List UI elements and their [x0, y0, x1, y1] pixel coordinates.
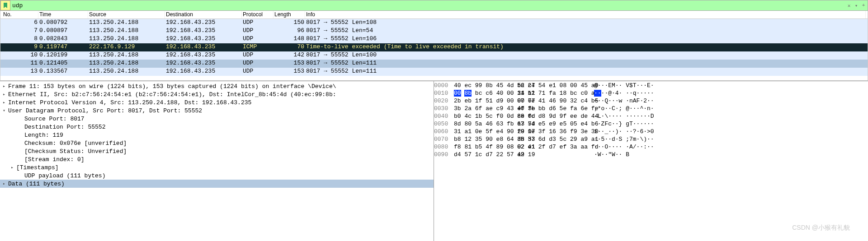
cell-info: 8017 → 55552 Len=108: [305, 19, 866, 27]
tree-caret-icon: ▸: [3, 92, 8, 97]
packet-row[interactable]: 80.082843113.250.24.188192.168.43.235UDP…: [0, 35, 868, 43]
packet-row[interactable]: 130.133567113.250.24.188192.168.43.235UD…: [0, 68, 868, 76]
hex-row[interactable]: 0040b0 4c 1b 5c f0 0d ce 0d88 fc d8 9d 9…: [434, 113, 868, 120]
packet-row[interactable]: 70.080897113.250.24.188192.168.43.235UDP…: [0, 27, 868, 35]
tree-node[interactable]: ▸Data (111 bytes): [0, 180, 434, 188]
tree-node[interactable]: UDP payload (111 bytes): [0, 171, 434, 180]
hex-row[interactable]: 001000 8b bc c6 40 00 34 1111 b2 71 fa 1…: [434, 90, 868, 97]
hex-bytes-a: d4 57 1c d7 22 57 a9 19: [454, 151, 517, 159]
tree-caret-icon: ▸: [3, 181, 8, 186]
cell-source: 113.250.24.188: [88, 68, 165, 76]
hex-offset: 0070: [434, 136, 454, 144]
col-source[interactable]: Source: [88, 11, 165, 19]
packet-list-header: No. Time Source Destination Protocol Len…: [0, 11, 868, 19]
filter-clear-icon[interactable]: ✕: [846, 2, 852, 9]
hex-row[interactable]: 0070b8 12 35 90 e8 64 d8 533b 37 6d d3 5…: [434, 136, 868, 144]
hex-bytes-b: 11 b2 71 fa 18 bc c0 a8: [517, 90, 580, 97]
cell-no: 9: [2, 43, 38, 51]
hex-offset: 0020: [434, 97, 454, 105]
cell-info: Time-to-live exceeded (Time to live exce…: [305, 43, 866, 51]
cell-proto: ICMP: [242, 43, 274, 51]
tree-node[interactable]: ▸Frame 11: 153 bytes on wire (1224 bits)…: [0, 82, 434, 90]
packet-row[interactable]: 90.119747222.176.9.129192.168.43.235ICMP…: [0, 43, 868, 51]
cell-time: 0.133567: [38, 68, 88, 76]
tree-caret-icon: ▸: [3, 100, 8, 105]
cell-time: 0.120199: [38, 51, 88, 60]
cell-info: 8017 → 55552 Len=100: [305, 51, 866, 60]
hex-row[interactable]: 00508d 80 5a 46 63 fb a3 7d67 54 e5 e9 e…: [434, 120, 868, 128]
tree-label: [Stream index: 0]: [24, 156, 85, 163]
hex-bytes-a: 00 8b bc c6 40 00 34 11: [454, 90, 517, 97]
col-info[interactable]: Info: [305, 11, 866, 19]
cell-info: 8017 → 55552 Len=54: [305, 27, 866, 35]
tree-node[interactable]: ▸Internet Protocol Version 4, Src: 113.2…: [0, 98, 434, 107]
tree-node[interactable]: [Checksum Status: Unverified]: [0, 147, 434, 155]
hex-row[interactable]: 006031 a1 0e 5f e4 90 29 07f0 1e 3f 16 3…: [434, 128, 868, 136]
filter-dropdown-icon[interactable]: ▾: [853, 2, 859, 9]
tree-label: Destination Port: 55552: [24, 124, 105, 130]
tree-node[interactable]: Checksum: 0x076e [unverified]: [0, 139, 434, 147]
packet-row[interactable]: 110.121405113.250.24.188192.168.43.235UD…: [0, 60, 868, 68]
tree-node[interactable]: ▸Ethernet II, Src: b2:c7:56:24:54:e1 (b2…: [0, 90, 434, 98]
hex-bytes-b: 67 54 e5 e9 e5 05 e4 b6: [517, 120, 580, 128]
hex-row[interactable]: 0090d4 57 1c d7 22 57 a9 1942·W··"W·· B: [434, 151, 868, 159]
packet-hex-pane[interactable]: 000040 ec 99 8b 45 4d b2 c756 24 54 e1 0…: [434, 81, 868, 241]
tree-node[interactable]: Destination Port: 55552: [0, 123, 434, 131]
cell-time: 0.080897: [38, 27, 88, 35]
hex-ascii: ·L·\···· ·······D: [594, 113, 868, 120]
cell-no: 6: [2, 19, 38, 27]
tree-label: UDP payload (111 bytes): [24, 172, 105, 179]
filter-add-icon[interactable]: +: [860, 2, 867, 9]
hex-bytes-b: 3b 37 6d d3 5c 29 a9 a1: [517, 136, 580, 144]
display-filter-input[interactable]: [10, 0, 846, 10]
tree-node[interactable]: ▾User Datagram Protocol, Src Port: 8017,…: [0, 107, 434, 115]
cell-no: 11: [2, 60, 38, 68]
filter-bookmark-icon[interactable]: [0, 0, 10, 10]
hex-row[interactable]: 00303b 2a 6f ae c9 43 ef 3b40 fe bb d6 5…: [434, 105, 868, 113]
cell-proto: UDP: [242, 19, 274, 27]
cell-info: 8017 → 55552 Len=106: [305, 35, 866, 43]
cell-no: 8: [2, 35, 38, 43]
col-time[interactable]: Time: [38, 11, 88, 19]
hex-ascii: ··ZFc··} gT······: [594, 120, 868, 128]
cell-proto: UDP: [242, 35, 274, 43]
hex-ascii: ··5··d·S ;7m·\)··: [594, 136, 868, 144]
hex-bytes-a: 3b 2a 6f ae c9 43 ef 3b: [454, 105, 517, 113]
hex-offset: 0040: [434, 113, 454, 120]
packet-row[interactable]: 100.120199113.250.24.188192.168.43.235UD…: [0, 51, 868, 60]
tree-node[interactable]: [Stream index: 0]: [0, 155, 434, 163]
col-proto[interactable]: Protocol: [242, 11, 274, 19]
hex-ascii: ·W··"W·· B: [594, 151, 868, 159]
packet-list-pane[interactable]: No. Time Source Destination Protocol Len…: [0, 11, 868, 81]
col-dest[interactable]: Destination: [165, 11, 242, 19]
hex-row[interactable]: 0080f8 81 b5 4f 89 08 02 e102 41 2f d7 e…: [434, 144, 868, 151]
tree-node[interactable]: ▸[Timestamps]: [0, 163, 434, 171]
packet-row[interactable]: 60.080792113.250.24.188192.168.43.235UDP…: [0, 19, 868, 27]
hex-row[interactable]: 000040 ec 99 8b 45 4d b2 c756 24 54 e1 0…: [434, 82, 868, 90]
cell-time: 0.119747: [38, 43, 88, 51]
tree-node[interactable]: Length: 119: [0, 131, 434, 139]
hex-row[interactable]: 00202b eb 1f 51 d9 00 00 7707 6e 41 46 9…: [434, 97, 868, 105]
packet-details-tree[interactable]: ▸Frame 11: 153 bytes on wire (1224 bits)…: [0, 81, 434, 241]
col-len[interactable]: Length: [274, 11, 305, 19]
hex-bytes-a: 40 ec 99 8b 45 4d b2 c7: [454, 82, 517, 90]
cell-time: 0.121405: [38, 60, 88, 68]
hex-bytes-a: 8d 80 5a 46 63 fb a3 7d: [454, 120, 517, 128]
tree-label: Frame 11: 153 bytes on wire (1224 bits),…: [8, 83, 336, 90]
cell-len: 96: [274, 27, 305, 35]
cell-dest: 192.168.43.235: [165, 35, 242, 43]
hex-bytes-a: f8 81 b5 4f 89 08 02 e1: [454, 144, 517, 151]
hex-offset: 0080: [434, 144, 454, 151]
hex-bytes-b: 07 6e 41 46 90 32 c4 b5: [517, 97, 580, 105]
tree-caret-icon: ▾: [3, 108, 8, 113]
cell-dest: 192.168.43.235: [165, 51, 242, 60]
cell-len: 153: [274, 68, 305, 76]
tree-label: [Checksum Status: Unverified]: [24, 148, 127, 155]
hex-ascii: 1··_··)· ··?·6·>0: [594, 128, 868, 136]
cell-proto: UDP: [242, 68, 274, 76]
details-split: ▸Frame 11: 153 bytes on wire (1224 bits)…: [0, 81, 868, 241]
hex-bytes-a: 2b eb 1f 51 d9 00 00 77: [454, 97, 517, 105]
col-no[interactable]: No.: [2, 11, 38, 19]
tree-node[interactable]: Source Port: 8017: [0, 115, 434, 123]
cell-source: 113.250.24.188: [88, 19, 165, 27]
